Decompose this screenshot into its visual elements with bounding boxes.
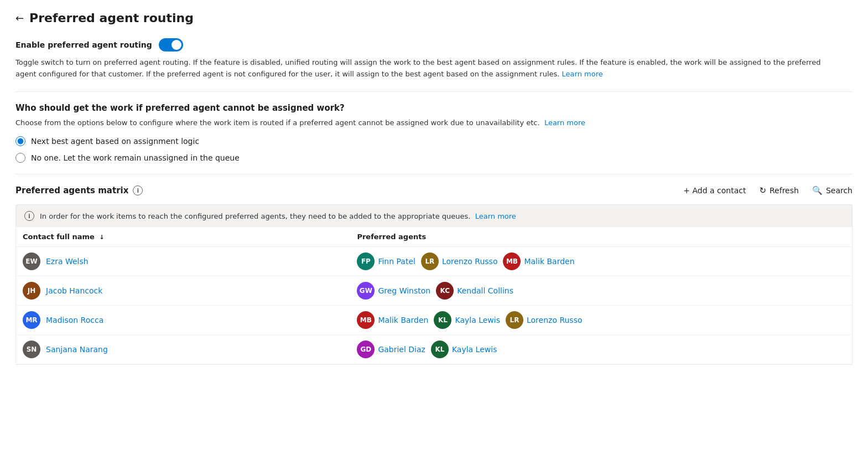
fallback-title: Who should get the work if preferred age… xyxy=(15,103,853,113)
search-label: Search xyxy=(826,186,853,195)
agents-cell-1: GWGreg WinstonKCKendall Collins xyxy=(350,276,852,306)
radio-label-1[interactable]: Next best agent based on assignment logi… xyxy=(31,137,199,146)
agent-chip: MBMalik Barden xyxy=(503,252,574,270)
contact-name[interactable]: Madison Rocca xyxy=(46,316,103,324)
agent-avatar: MB xyxy=(503,252,521,270)
agent-avatar: KL xyxy=(434,311,451,329)
contact-avatar: JH xyxy=(23,282,40,300)
matrix-info-icon[interactable]: i xyxy=(133,185,143,195)
add-contact-button[interactable]: + Add a contact xyxy=(683,186,746,195)
contact-chip: EWEzra Welsh xyxy=(23,252,344,270)
back-button[interactable]: ← xyxy=(15,12,24,24)
agent-name[interactable]: Lorenzo Russo xyxy=(442,257,498,266)
table-header-row: Contact full name ↓ Preferred agents xyxy=(16,227,852,247)
contact-name[interactable]: Jacob Hancock xyxy=(46,286,102,295)
toggle-section: Enable preferred agent routing Toggle sw… xyxy=(15,38,853,92)
contact-avatar: EW xyxy=(23,252,40,270)
table-row: MRMadison RoccaMBMalik BardenKLKayla Lew… xyxy=(16,306,852,335)
contact-chip: MRMadison Rocca xyxy=(23,311,344,329)
fallback-learn-more-link[interactable]: Learn more xyxy=(544,118,585,127)
matrix-section: Preferred agents matrix i + Add a contac… xyxy=(15,185,853,365)
agent-avatar: KL xyxy=(431,341,449,358)
agent-name[interactable]: Malik Barden xyxy=(524,257,574,266)
search-button[interactable]: 🔍 Search xyxy=(812,185,853,195)
info-banner-learn-more-link[interactable]: Learn more xyxy=(475,212,516,220)
page-header: ← Preferred agent routing xyxy=(15,11,853,25)
agent-chip: KCKendall Collins xyxy=(436,282,513,300)
matrix-title-row: Preferred agents matrix i xyxy=(15,185,143,195)
contact-avatar: SN xyxy=(23,341,40,358)
agent-name[interactable]: Finn Patel xyxy=(378,257,415,266)
contact-chip: JHJacob Hancock xyxy=(23,282,344,300)
toggle-row: Enable preferred agent routing xyxy=(15,38,853,51)
refresh-button[interactable]: ↻ Refresh xyxy=(759,185,798,195)
radio-input-2[interactable] xyxy=(15,153,25,163)
contact-name[interactable]: Sanjana Narang xyxy=(46,345,108,354)
info-banner-icon: i xyxy=(24,211,34,221)
table-body: EWEzra WelshFPFinn PatelLRLorenzo RussoM… xyxy=(16,247,852,364)
agents-list: FPFinn PatelLRLorenzo RussoMBMalik Barde… xyxy=(357,252,845,270)
agent-avatar: FP xyxy=(357,252,375,270)
agent-chip: GWGreg Winston xyxy=(357,282,430,300)
agent-name[interactable]: Malik Barden xyxy=(378,316,428,324)
radio-option-1: Next best agent based on assignment logi… xyxy=(15,136,853,146)
agent-avatar: LR xyxy=(421,252,439,270)
refresh-icon: ↻ xyxy=(759,185,766,195)
radio-option-2: No one. Let the work remain unassigned i… xyxy=(15,153,853,163)
info-banner: i In order for the work items to reach t… xyxy=(16,205,852,227)
sort-arrow: ↓ xyxy=(99,234,104,241)
matrix-header: Preferred agents matrix i + Add a contac… xyxy=(15,185,853,195)
agent-name[interactable]: Lorenzo Russo xyxy=(527,316,583,324)
agents-cell-3: GDGabriel DiazKLKayla Lewis xyxy=(350,335,852,364)
info-banner-text: In order for the work items to reach the… xyxy=(40,212,516,220)
page-container: ← Preferred agent routing Enable preferr… xyxy=(0,0,868,469)
agent-chip: LRLorenzo Russo xyxy=(421,252,498,270)
agents-list: GWGreg WinstonKCKendall Collins xyxy=(357,282,845,300)
matrix-table-wrapper: i In order for the work items to reach t… xyxy=(15,204,853,365)
fallback-section: Who should get the work if preferred age… xyxy=(15,103,853,175)
agents-cell-2: MBMalik BardenKLKayla LewisLRLorenzo Rus… xyxy=(350,306,852,335)
toggle-description: Toggle switch to turn on preferred agent… xyxy=(15,57,834,80)
agent-chip: MBMalik Barden xyxy=(357,311,428,329)
contact-avatar: MR xyxy=(23,311,40,329)
fallback-description: Choose from the options below to configu… xyxy=(15,117,834,129)
table-row: JHJacob HancockGWGreg WinstonKCKendall C… xyxy=(16,276,852,306)
agent-name[interactable]: Greg Winston xyxy=(378,286,430,295)
agent-chip: LRLorenzo Russo xyxy=(506,311,583,329)
agent-chip: GDGabriel Diaz xyxy=(357,341,425,358)
table-row: EWEzra WelshFPFinn PatelLRLorenzo RussoM… xyxy=(16,247,852,276)
agent-name[interactable]: Gabriel Diaz xyxy=(378,345,425,354)
toggle-learn-more-link[interactable]: Learn more xyxy=(562,70,603,78)
table-row: SNSanjana NarangGDGabriel DiazKLKayla Le… xyxy=(16,335,852,364)
radio-input-1[interactable] xyxy=(15,136,25,146)
radio-label-2[interactable]: No one. Let the work remain unassigned i… xyxy=(31,153,240,162)
agent-name[interactable]: Kayla Lewis xyxy=(452,345,497,354)
contact-name[interactable]: Ezra Welsh xyxy=(46,257,89,266)
col-contact-name: Contact full name ↓ xyxy=(16,227,350,247)
add-contact-label: + Add a contact xyxy=(683,186,746,195)
agent-chip: FPFinn Patel xyxy=(357,252,415,270)
radio-group: Next best agent based on assignment logi… xyxy=(15,136,853,163)
agents-list: MBMalik BardenKLKayla LewisLRLorenzo Rus… xyxy=(357,311,845,329)
search-icon: 🔍 xyxy=(812,185,823,195)
contact-cell-3: SNSanjana Narang xyxy=(16,335,350,364)
matrix-actions: + Add a contact ↻ Refresh 🔍 Search xyxy=(683,185,853,195)
matrix-title: Preferred agents matrix xyxy=(15,185,128,195)
contact-cell-0: EWEzra Welsh xyxy=(16,247,350,276)
agent-avatar: LR xyxy=(506,311,523,329)
agent-name[interactable]: Kayla Lewis xyxy=(455,316,500,324)
toggle-slider[interactable] xyxy=(159,38,183,51)
col-preferred-agents: Preferred agents xyxy=(350,227,852,247)
contact-cell-1: JHJacob Hancock xyxy=(16,276,350,306)
agents-list: GDGabriel DiazKLKayla Lewis xyxy=(357,341,845,358)
refresh-label: Refresh xyxy=(770,186,799,195)
contacts-table: Contact full name ↓ Preferred agents EWE… xyxy=(16,227,852,364)
agent-avatar: KC xyxy=(436,282,454,300)
agents-cell-0: FPFinn PatelLRLorenzo RussoMBMalik Barde… xyxy=(350,247,852,276)
agent-chip: KLKayla Lewis xyxy=(431,341,497,358)
agent-avatar: GW xyxy=(357,282,375,300)
toggle-switch[interactable] xyxy=(159,38,183,51)
agent-name[interactable]: Kendall Collins xyxy=(457,286,513,295)
agent-avatar: GD xyxy=(357,341,375,358)
agent-avatar: MB xyxy=(357,311,375,329)
